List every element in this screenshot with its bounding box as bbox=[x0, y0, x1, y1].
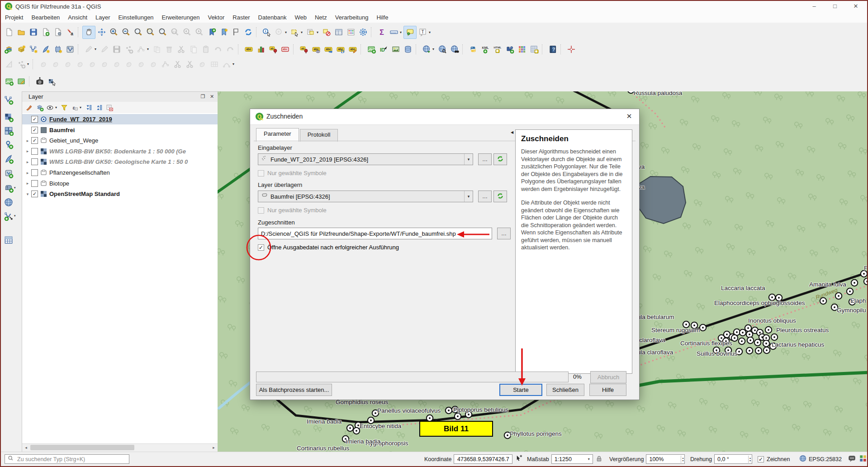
layer-row-wms-lgrb-bw-gk50-geologische[interactable]: ▸WMS LGRB-BW GK50: Geologische Karte 1 :… bbox=[22, 157, 218, 167]
move-label-icon[interactable]: ab bbox=[298, 43, 310, 55]
spinner-arrows-icon[interactable]: ▴▾ bbox=[748, 456, 752, 463]
coordinate-field[interactable]: 473658.9,5397426.7 bbox=[454, 454, 512, 464]
change-label-icon[interactable]: abc bbox=[346, 43, 359, 55]
batch-process-button[interactable]: Als Batchprozess starten... bbox=[256, 384, 332, 396]
dropdown-caret-icon[interactable]: ▾ bbox=[400, 30, 403, 34]
vertex-tool-icon[interactable] bbox=[135, 43, 147, 55]
manage-visibility-icon[interactable] bbox=[45, 102, 55, 113]
menu-bearbeiten[interactable]: Bearbeiten bbox=[27, 12, 64, 23]
show-bookmarks-icon[interactable]: ✱ bbox=[218, 26, 230, 38]
open-layer-styling-icon[interactable] bbox=[24, 102, 34, 113]
expander-icon[interactable]: ▸ bbox=[24, 138, 31, 143]
layer-visibility-checkbox[interactable]: ✓ bbox=[31, 116, 38, 123]
polygon-capture-tool-icon[interactable] bbox=[4, 167, 17, 179]
layer-row-gebiet-und-wege[interactable]: ▸✓Gebiet_und_Wege bbox=[22, 135, 218, 146]
import-photos-icon[interactable] bbox=[33, 76, 46, 88]
db-manager-icon[interactable] bbox=[402, 43, 414, 55]
current-edits-icon[interactable] bbox=[82, 43, 95, 55]
layer-row-biotope[interactable]: ▸Biotope bbox=[22, 178, 218, 189]
menu-erweiterungen[interactable]: Erweiterungen bbox=[158, 12, 204, 23]
layer-visibility-checkbox[interactable]: ✓ bbox=[31, 137, 38, 144]
scroll-right-icon[interactable]: ▸ bbox=[210, 444, 218, 451]
menu-layer[interactable]: Layer bbox=[91, 12, 114, 23]
text-annotation-icon[interactable]: T bbox=[417, 26, 429, 38]
zoom-to-selection-icon[interactable] bbox=[144, 26, 157, 38]
expand-all-icon[interactable] bbox=[83, 102, 94, 113]
render-checkbox[interactable]: ✓ bbox=[758, 456, 764, 462]
delete-selected-icon[interactable] bbox=[163, 43, 175, 55]
identify-raster-icon[interactable]: ID bbox=[377, 43, 389, 55]
statistical-summary-icon[interactable] bbox=[345, 26, 357, 38]
pan-map-icon[interactable] bbox=[82, 26, 95, 39]
simplify-feature-icon[interactable] bbox=[74, 58, 86, 70]
close-button[interactable]: ✕ bbox=[845, 1, 866, 12]
deselect-features-icon[interactable] bbox=[320, 26, 332, 38]
html-annotation-icon[interactable]: HTML✱ bbox=[491, 43, 503, 55]
new-geopackage-layer-icon[interactable]: ✱ bbox=[39, 43, 52, 55]
layer-row-funde-wt-2017-2019[interactable]: ✓Funde_WT_2017_2019 bbox=[22, 114, 218, 124]
select-features-icon[interactable] bbox=[289, 26, 301, 38]
magnifier-spinbox[interactable]: 100% ▴▾ bbox=[646, 454, 685, 464]
dropdown-caret-icon[interactable]: ▾ bbox=[301, 30, 304, 34]
add-vector-layer-icon[interactable]: ✱ bbox=[15, 43, 27, 55]
menu-hilfe[interactable]: Hilfe bbox=[372, 12, 392, 23]
run-feature-action-icon[interactable] bbox=[273, 26, 285, 38]
overlay-browse-button[interactable]: … bbox=[478, 191, 492, 202]
layer-row-wms-lgrb-bw-bk50-bodenkarte-[interactable]: ▸WMS LGRB-BW BK50: Bodenkarte 1 : 50 000… bbox=[22, 146, 218, 157]
dropdown-caret-icon[interactable]: ▾ bbox=[317, 30, 320, 34]
select-raster-tool-icon[interactable] bbox=[46, 76, 58, 88]
redo-icon[interactable] bbox=[224, 43, 236, 55]
zoom-last-icon[interactable] bbox=[181, 26, 193, 38]
filter-legend-icon[interactable] bbox=[59, 102, 69, 113]
help-collapse-icon[interactable]: ◀ bbox=[511, 130, 513, 134]
layer-visibility-checkbox[interactable] bbox=[31, 169, 38, 176]
output-browse-button[interactable]: … bbox=[497, 228, 511, 239]
rotation-spinbox[interactable]: 0,0 ° ▴▾ bbox=[714, 454, 752, 464]
maptips-layer-icon[interactable] bbox=[3, 76, 15, 88]
open-project-icon[interactable] bbox=[15, 26, 27, 38]
dialog-close-icon[interactable]: ✕ bbox=[620, 109, 638, 124]
delete-ring-icon[interactable] bbox=[123, 58, 135, 70]
start-button[interactable]: Starte bbox=[499, 384, 542, 396]
dropdown-caret-icon[interactable]: ▾ bbox=[432, 47, 436, 51]
qgis-grid-icon[interactable] bbox=[859, 454, 867, 464]
layer-row-baumfrei[interactable]: ✓Baumfrei bbox=[22, 125, 218, 135]
toggle-editing-icon[interactable] bbox=[98, 43, 110, 55]
locator-search-input[interactable]: Zu suchender Typ (Strg+K) bbox=[5, 454, 129, 464]
layer-visibility-checkbox[interactable] bbox=[31, 180, 38, 187]
menu-web[interactable]: Web bbox=[290, 12, 311, 23]
temporal-controller-icon[interactable] bbox=[230, 26, 242, 38]
dropdown-caret-icon[interactable]: ▾ bbox=[55, 105, 59, 110]
merge-features-icon[interactable] bbox=[196, 58, 208, 70]
vertex-arrow-tool-icon[interactable]: ▾ bbox=[4, 210, 17, 222]
datasource-manager-icon[interactable] bbox=[3, 43, 15, 55]
help-button[interactable]: Hilfe bbox=[589, 384, 626, 396]
dropdown-caret-icon[interactable]: ▾ bbox=[95, 47, 98, 51]
tab-protokoll[interactable]: Protokoll bbox=[300, 129, 338, 142]
expander-icon[interactable]: ▸ bbox=[24, 171, 31, 175]
spinner-arrows-icon[interactable]: ▴▾ bbox=[681, 456, 684, 463]
geocoding-icon[interactable] bbox=[448, 43, 460, 55]
zoom-in-icon[interactable] bbox=[108, 26, 120, 38]
snapping-options-icon[interactable] bbox=[565, 43, 577, 55]
show-statistics-icon[interactable]: Σ bbox=[375, 26, 388, 38]
remove-layer-icon[interactable] bbox=[104, 102, 114, 113]
metasearch-icon[interactable] bbox=[420, 43, 432, 55]
catalog-search-icon[interactable] bbox=[436, 43, 448, 55]
open-output-checkbox[interactable]: ✓ Öffne Ausgabedatei nach erfolgreicher … bbox=[258, 244, 399, 251]
layer-panel-hscrollbar[interactable]: ◂ ▸ bbox=[22, 443, 218, 452]
menu-raster[interactable]: Raster bbox=[228, 12, 254, 23]
fill-ring-icon[interactable] bbox=[110, 58, 123, 70]
measure-line-icon[interactable] bbox=[388, 26, 400, 38]
add-part-icon[interactable] bbox=[98, 58, 110, 70]
new-virtual-layer-icon[interactable] bbox=[64, 43, 76, 55]
open-attribute-table-icon[interactable] bbox=[332, 26, 345, 38]
annotation-layer-icon[interactable] bbox=[15, 76, 27, 88]
menu-ansicht[interactable]: Ansicht bbox=[64, 12, 91, 23]
select-by-form-icon[interactable] bbox=[304, 26, 317, 38]
input-layer-combo[interactable]: Funde_WT_2017_2019 [EPSG:4326] ▾ bbox=[258, 153, 473, 165]
input-browse-button[interactable]: … bbox=[478, 153, 492, 165]
close-panel-icon[interactable]: ✕ bbox=[208, 93, 216, 100]
menu-netz[interactable]: Netz bbox=[311, 12, 331, 23]
add-shapes-icon[interactable] bbox=[503, 43, 516, 55]
